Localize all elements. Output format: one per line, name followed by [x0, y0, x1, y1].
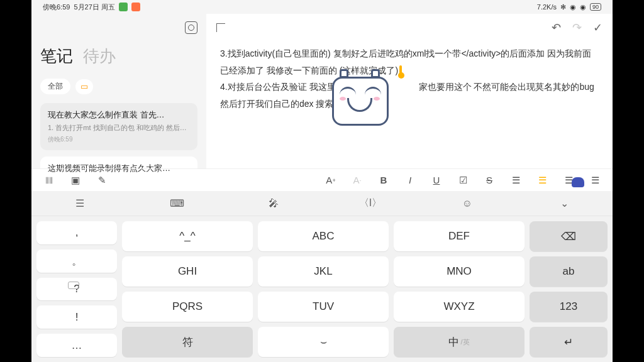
settings-icon[interactable]: [185, 21, 197, 34]
status-net: 7.2K/s: [537, 3, 557, 11]
key-language[interactable]: 中/英: [394, 327, 525, 357]
bold-button[interactable]: B: [372, 172, 395, 189]
key-space[interactable]: ⌣: [258, 327, 389, 357]
key-kaomoji[interactable]: ^_^: [122, 221, 253, 251]
checklist-button[interactable]: ☑: [452, 172, 474, 189]
status-badge-2: [131, 3, 140, 11]
key-exclaim[interactable]: !: [36, 305, 117, 329]
note-title: 现在教大家怎么制作直装 首先…: [48, 109, 190, 121]
align-right-button[interactable]: ☰: [584, 172, 606, 189]
kb-emoji-icon[interactable]: ☺: [419, 198, 516, 209]
key-ellipsis[interactable]: …: [36, 334, 117, 357]
editor-line-5: 然后打开我们自己的dex 搜索: [220, 96, 599, 112]
tab-todo[interactable]: 待办: [83, 45, 116, 67]
kb-menu-icon[interactable]: ☰: [31, 197, 128, 209]
key-mno[interactable]: MNO: [394, 256, 525, 287]
status-time: 傍晚6:59: [43, 3, 70, 12]
editor-line-4: 4.对接后台公告及验证 我这里对家也要用这个 不然可能会出现莫名其妙的bug: [220, 79, 599, 96]
kb-float-icon[interactable]: [68, 282, 79, 289]
dnd-icon: ◉: [570, 3, 576, 11]
filter-all[interactable]: 全部: [40, 79, 70, 94]
kb-mic-icon[interactable]: 🎤︎: [225, 198, 322, 209]
keyboard: ☰ ⌨ 🎤︎ 〈I〉 ☺ ⌄ , 。 ? ! … ^_^ ABC DEF: [31, 191, 613, 362]
key-jkl[interactable]: JKL: [258, 256, 389, 287]
editor-line-3: 3.找到activity(自己包里面的) 复制好之后进吃鸡的xml找一个带</a…: [220, 45, 599, 79]
note-preview: 1. 首先打开mt 找到自己的包 和吃鸡的 然后把as…: [48, 123, 190, 133]
key-tuv[interactable]: TUV: [258, 292, 389, 322]
key-period[interactable]: 。: [36, 250, 117, 273]
key-comma[interactable]: ,: [36, 221, 117, 244]
editor-content[interactable]: 3.找到activity(自己包里面的) 复制好之后进吃鸡的xml找一个带</a…: [206, 41, 613, 168]
format-toolbar: ⦀⦀ ▣ ✎ A+ A- B I U ☑ S ☰ ☰ ☰ ☰: [31, 168, 613, 191]
status-date: 5月27日 周五: [74, 3, 114, 12]
key-wxyz[interactable]: WXYZ: [394, 292, 525, 322]
key-abc[interactable]: ABC: [258, 221, 389, 251]
undo-icon[interactable]: ↶: [552, 21, 561, 35]
status-bar: 傍晚6:59 5月27日 周五 7.2K/s ✻ ◉ ◉ 90: [31, 0, 613, 14]
italic-button[interactable]: I: [399, 172, 421, 189]
kb-cursor-icon[interactable]: 〈I〉: [322, 197, 419, 210]
sticker-image: [326, 65, 395, 128]
note-time: 傍晚6:59: [48, 135, 190, 144]
strike-button[interactable]: S: [478, 172, 501, 189]
tab-notes[interactable]: 笔记: [40, 45, 73, 67]
draw-icon[interactable]: ✎: [91, 172, 113, 189]
key-ab[interactable]: ab: [530, 256, 608, 287]
wifi-icon: ◉: [580, 3, 586, 11]
battery-icon: 90: [590, 3, 601, 11]
editor-pane: ↶ ↷ ✓ 3.找到activity(自己包里面的) 复制好之后进吃鸡的xml找…: [206, 14, 613, 168]
key-def[interactable]: DEF: [394, 221, 525, 251]
list-button[interactable]: ☰: [504, 172, 527, 189]
font-increase[interactable]: A+: [319, 172, 342, 189]
image-icon[interactable]: ▣: [64, 172, 87, 189]
fullscreen-icon[interactable]: [216, 23, 225, 32]
status-badge-1: [119, 3, 128, 11]
confirm-icon[interactable]: ✓: [593, 21, 602, 35]
key-symbol[interactable]: 符: [122, 327, 253, 357]
key-enter[interactable]: ↵: [530, 327, 608, 357]
key-ghi[interactable]: GHI: [122, 256, 253, 287]
folder-button[interactable]: ▭: [75, 79, 93, 94]
underline-button[interactable]: U: [425, 172, 448, 189]
note-card-active[interactable]: 现在教大家怎么制作直装 首先… 1. 首先打开mt 找到自己的包 和吃鸡的 然后…: [40, 103, 197, 150]
kb-collapse-icon[interactable]: ⌄: [516, 197, 613, 209]
key-123[interactable]: 123: [530, 292, 608, 322]
bluetooth-icon: ✻: [560, 3, 566, 11]
key-pqrs[interactable]: PQRS: [122, 292, 253, 322]
redo-icon[interactable]: ↷: [572, 21, 582, 35]
key-backspace[interactable]: ⌫: [530, 221, 608, 251]
assistant-avatar[interactable]: [572, 177, 584, 187]
font-decrease[interactable]: A-: [346, 172, 369, 189]
align-left-button[interactable]: ☰: [531, 172, 553, 189]
sidebar: 笔记 待办 全部 ▭ 现在教大家怎么制作直装 首先… 1. 首先打开mt 找到自…: [31, 14, 206, 168]
voice-icon[interactable]: ⦀⦀: [38, 172, 60, 189]
kb-keyboard-icon[interactable]: ⌨: [128, 197, 225, 209]
